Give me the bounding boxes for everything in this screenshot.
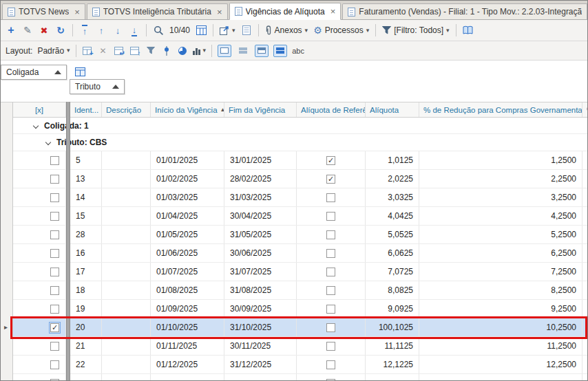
anexos-button[interactable]: Anexos ▾ — [265, 23, 308, 37]
export-button[interactable]: ▾ — [220, 23, 235, 37]
row-checkbox[interactable] — [50, 156, 59, 165]
plus-icon: + — [90, 50, 94, 57]
manual-button[interactable] — [463, 23, 474, 37]
referencia-checkbox[interactable] — [326, 249, 335, 258]
referencia-checkbox[interactable] — [326, 193, 335, 202]
layout-filter-button[interactable] — [145, 44, 156, 58]
cell-percent — [582, 337, 588, 355]
row-checkbox[interactable]: ✓ — [50, 323, 59, 332]
table-row[interactable]: 2101/11/202530/11/202511,112511,2500 — [13, 337, 588, 356]
referencia-checkbox[interactable] — [326, 230, 335, 239]
view-band-toggle[interactable] — [255, 45, 269, 57]
processos-button[interactable]: ⚙ Processos ▾ — [313, 23, 369, 37]
table-row[interactable]: 1901/09/202530/09/20259,09259,2500 — [13, 300, 588, 318]
referencia-checkbox[interactable] — [326, 323, 335, 332]
filtro-button[interactable]: [Filtro: Todos] ▾ — [382, 23, 449, 37]
group-row-level-1[interactable]: Coligada: 1 — [13, 118, 588, 134]
chart-pie-button[interactable] — [177, 44, 188, 58]
row-checkbox[interactable] — [50, 305, 59, 314]
tab-close-icon[interactable]: × — [74, 8, 80, 17]
search-button[interactable] — [153, 23, 164, 37]
column-header-2[interactable]: Ident... — [70, 102, 102, 117]
layout-pin-button[interactable] — [161, 44, 172, 58]
tab-close-icon[interactable]: × — [217, 8, 222, 17]
column-header-1[interactable]: [x] — [13, 102, 66, 117]
referencia-checkbox[interactable]: ✓ — [326, 175, 335, 184]
layout-export-button[interactable]: ↑ — [129, 45, 140, 56]
row-checkbox[interactable] — [50, 212, 59, 221]
table-row[interactable]: ✓2001/10/202531/10/2025100,102510,2500 — [13, 318, 588, 337]
layout-delete-button[interactable]: ✕ — [98, 44, 109, 58]
view-split-toggle[interactable] — [236, 45, 250, 57]
layout-select[interactable]: Padrão ▾ — [37, 44, 70, 58]
cell-ident: 28 — [70, 226, 102, 243]
cell-ident — [70, 374, 102, 381]
referencia-checkbox[interactable] — [326, 342, 335, 351]
referencia-checkbox[interactable]: ✓ — [326, 156, 335, 165]
group-row-level-2[interactable]: Tributo: CBS — [13, 134, 588, 151]
tab-4[interactable]: Faturamento (Vendas) - Filial: 1 - Tipo … — [342, 3, 587, 19]
row-checkbox[interactable] — [50, 286, 59, 295]
frozen-column-splitter[interactable] — [66, 102, 70, 381]
row-checkbox[interactable] — [50, 268, 59, 276]
collapse-chevron-icon[interactable] — [33, 122, 39, 128]
row-checkbox[interactable] — [50, 249, 59, 258]
paperclip-icon — [265, 25, 272, 36]
column-header-6[interactable]: Alíquota de Referên... — [297, 102, 366, 117]
row-checkbox[interactable] — [50, 175, 59, 184]
table-row[interactable]: 1801/08/202531/08/20258,08258,2500 — [13, 281, 588, 300]
column-header-5[interactable]: Fim da Vigência — [224, 102, 297, 117]
table-row[interactable]: 1701/07/202531/07/20257,07257,2500 — [13, 263, 588, 281]
table-row[interactable]: 1401/03/202531/03/20253,03253,2500 — [13, 188, 588, 207]
table-row[interactable]: 1601/06/202530/06/20256,06256,2500 — [13, 244, 588, 263]
table-row[interactable]: 1501/04/202530/04/20254,04254,2500 — [13, 207, 588, 226]
referencia-checkbox[interactable] — [326, 212, 335, 221]
last-record-button[interactable]: ↓ — [129, 23, 140, 37]
column-header-7[interactable]: Alíquota — [366, 102, 419, 117]
table-row[interactable]: 501/01/202531/01/2025✓1,01251,2500 — [13, 151, 588, 170]
add-button[interactable]: + — [6, 23, 17, 37]
row-checkbox[interactable] — [50, 379, 59, 381]
collapse-chevron-icon[interactable] — [45, 140, 51, 145]
table-row[interactable]: 2201/12/202531/12/202512,122512,2500 — [13, 356, 588, 374]
first-record-button[interactable]: ↑ — [79, 23, 90, 37]
abc-button[interactable]: abc — [292, 44, 304, 58]
table-row[interactable]: 1301/02/202528/02/2025✓2,02252,2500 — [13, 170, 588, 188]
referencia-checkbox[interactable] — [326, 268, 335, 276]
row-checkbox[interactable] — [50, 230, 59, 239]
tab-3[interactable]: Vigências de Alíquota× — [229, 3, 342, 20]
table-row[interactable] — [13, 374, 588, 381]
referencia-checkbox[interactable] — [326, 360, 335, 369]
layout-restore-button[interactable]: ↵ — [114, 45, 125, 56]
refresh-button[interactable]: ↻ — [55, 23, 66, 37]
row-checkbox[interactable] — [50, 342, 59, 351]
delete-button[interactable]: ✖ — [39, 23, 50, 37]
chart-button[interactable]: ▾ — [193, 44, 207, 58]
edit-button[interactable]: ✎ — [22, 23, 33, 37]
column-header-3[interactable]: Descrição — [102, 102, 151, 117]
group-box-coligada[interactable]: Coligada — [1, 65, 67, 80]
tab-1[interactable]: TOTVS News× — [2, 3, 85, 19]
column-header-4[interactable]: Início da Vigência▲ — [151, 102, 224, 117]
group-box-tributo[interactable]: Tributo — [70, 79, 125, 94]
row-checkbox[interactable] — [50, 360, 59, 369]
previous-record-button[interactable]: ↑ — [96, 23, 107, 37]
referencia-checkbox[interactable] — [326, 379, 335, 381]
cell-descricao — [102, 318, 151, 336]
processos-label: Processos — [325, 25, 364, 35]
column-header-9[interactable]: % — [582, 102, 588, 117]
view-split-blue-toggle[interactable] — [273, 45, 287, 57]
view-single-toggle[interactable] — [218, 45, 231, 57]
row-checkbox[interactable] — [50, 193, 59, 202]
tab-2[interactable]: TOTVS Inteligência Tributária× — [87, 3, 228, 19]
split-pane-icon — [239, 47, 247, 54]
referencia-checkbox[interactable] — [326, 305, 335, 314]
report-button[interactable] — [241, 23, 252, 37]
layout-add-button[interactable]: + — [82, 45, 93, 56]
next-record-button[interactable]: ↓ — [112, 23, 123, 37]
table-row[interactable]: 2801/05/202531/05/20255,05255,2500 — [13, 226, 588, 244]
columns-button[interactable] — [196, 23, 207, 37]
tab-close-icon[interactable]: × — [330, 7, 336, 16]
referencia-checkbox[interactable] — [326, 286, 335, 295]
column-header-8[interactable]: % de Redução para Compras Governamentais — [419, 102, 582, 117]
